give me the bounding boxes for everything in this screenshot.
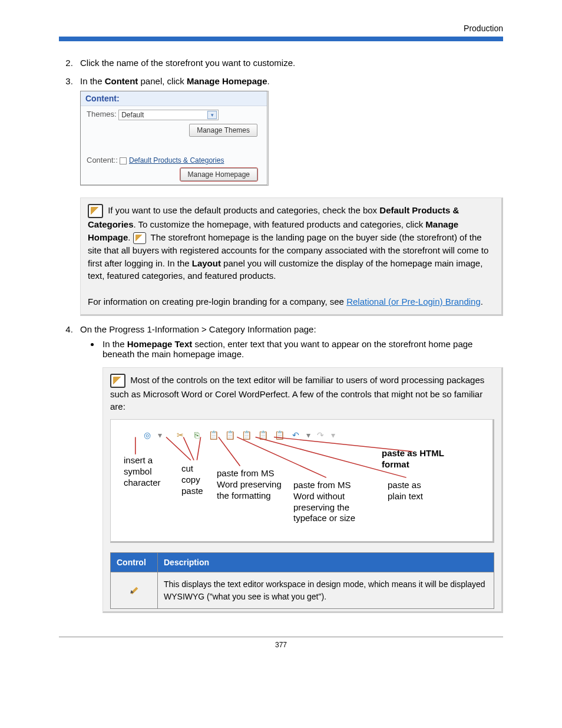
- t: Most of the controls on the text editor …: [110, 375, 484, 412]
- paste-html-icon: 📋: [272, 428, 286, 442]
- themes-value: Default: [121, 111, 144, 119]
- manage-themes-button[interactable]: Manage Themes: [189, 124, 257, 137]
- t: panel, click: [138, 76, 187, 86]
- pencil-note-icon: [88, 204, 103, 218]
- pencil-note-icon: [110, 374, 125, 388]
- col-control: Control: [111, 553, 158, 572]
- insert-symbol-icon: ◎: [140, 428, 154, 442]
- label-paste-html: paste as HTML format: [382, 448, 452, 470]
- dropdown-arrow-icon: ▾: [157, 428, 163, 442]
- label-paste-word-plain: paste from MS Word without preserving th…: [293, 480, 370, 524]
- note-box-2: Most of the controls on the text editor …: [103, 367, 503, 613]
- t: . To customize the homepage, with featur…: [134, 219, 426, 229]
- table-header-row: Control Description: [111, 553, 494, 572]
- content-panel-screenshot: Content: Themes: Default ▾ Manage Themes…: [80, 91, 269, 186]
- default-products-link[interactable]: Default Products & Categories: [129, 156, 224, 164]
- t: For information on creating pre-login br…: [88, 297, 346, 307]
- header-rule: [59, 37, 503, 41]
- toolbar-figure: ◎ ▾ ✂ ⎘ 📋 📋 📋 📋 📋 ↶ ▾ ↷: [110, 419, 494, 543]
- main-ordered-list: Click the name of the storefront you wan…: [59, 58, 503, 613]
- t: In the: [80, 76, 105, 86]
- step-3-line: In the Content panel, click Manage Homep…: [80, 76, 270, 86]
- toolbar-row: ◎ ▾ ✂ ⎘ 📋 📋 📋 📋 📋 ↶ ▾ ↷: [140, 428, 480, 442]
- relational-branding-link[interactable]: Relational (or Pre-Login) Branding: [346, 297, 481, 307]
- homepage-text-bullet: In the Homepage Text section, enter text…: [100, 339, 503, 613]
- table-row: This displays the text editor workspace …: [111, 572, 494, 609]
- content-row: Content:: Default Products & Categories …: [81, 152, 267, 185]
- step-2: Click the name of the storefront you wan…: [75, 58, 503, 68]
- label-insert-symbol: insert a symbol character: [124, 455, 171, 488]
- header-section-label: Production: [59, 24, 503, 33]
- label-paste-word: paste from MS Word preserving the format…: [217, 468, 287, 501]
- page-number: 377: [275, 641, 287, 649]
- note-box-1: If you want to use the default products …: [80, 197, 503, 316]
- dropdown-arrow-icon: ▾: [305, 428, 311, 442]
- themes-row: Themes: Default ▾ Manage Themes: [81, 106, 267, 140]
- t: In the: [103, 339, 127, 349]
- control-description: This displays the text editor workspace …: [158, 572, 494, 609]
- step-4-text: On the Progress 1-Information > Category…: [80, 324, 316, 334]
- paste-plain-icon: 📋: [256, 428, 270, 442]
- t: Manage Homepage: [187, 76, 267, 86]
- themes-select[interactable]: Default ▾: [118, 110, 219, 120]
- redo-icon: ↷: [313, 428, 328, 442]
- step-4: On the Progress 1-Information > Category…: [75, 324, 503, 613]
- step-3: In the Content panel, click Manage Homep…: [75, 76, 503, 316]
- panel-title: Content:: [81, 91, 267, 106]
- t: If you want to use the default products …: [108, 205, 379, 215]
- t: Layout: [192, 258, 221, 268]
- controls-table: Control Description This displays the te…: [110, 552, 494, 609]
- t: .: [267, 76, 270, 86]
- pencil-icon: [129, 584, 140, 594]
- dropdown-arrow-icon: ▾: [330, 428, 336, 442]
- step-4-sublist: In the Homepage Text section, enter text…: [80, 339, 503, 613]
- col-description: Description: [158, 553, 494, 572]
- cut-icon: ✂: [173, 428, 187, 442]
- paste-icon: 📋: [206, 428, 220, 442]
- t: .: [481, 297, 483, 307]
- step-2-text: Click the name of the storefront you wan…: [80, 58, 295, 68]
- manage-homepage-button[interactable]: Manage Homepage: [180, 168, 257, 181]
- label-cut-copy-paste: cut copy paste: [181, 463, 211, 496]
- themes-label: Themes:: [87, 110, 117, 118]
- t: Content: [105, 76, 138, 86]
- copy-icon: ⎘: [190, 428, 204, 442]
- t: .: [128, 232, 133, 242]
- undo-icon: ↶: [289, 428, 303, 442]
- paste-word-plain-icon: 📋: [239, 428, 253, 442]
- content-label: Content::: [87, 156, 118, 164]
- default-products-checkbox[interactable]: [120, 157, 127, 164]
- paste-word-icon: 📋: [223, 428, 237, 442]
- page-footer: 377: [59, 637, 503, 649]
- pencil-note-icon: [133, 232, 146, 244]
- t: Homepage Text: [127, 339, 193, 349]
- label-paste-plain: paste as plain text: [388, 480, 441, 502]
- chevron-down-icon[interactable]: ▾: [207, 111, 217, 119]
- control-icon-cell: [111, 572, 158, 609]
